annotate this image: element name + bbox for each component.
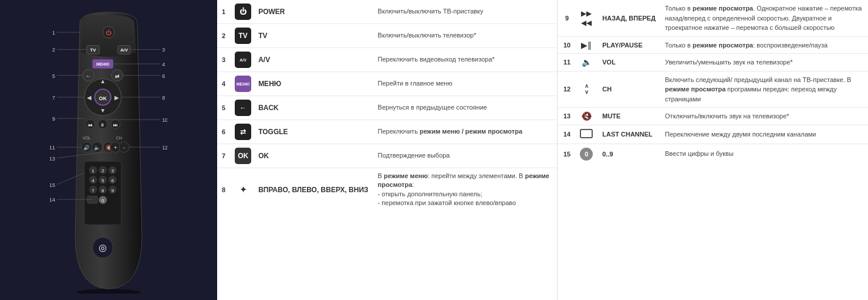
button-name: 0..9 [597, 144, 660, 164]
button-description: Только в режиме просмотра. Однократное н… [660, 0, 868, 36]
svg-point-0 [77, 289, 140, 294]
svg-text:4: 4 [162, 62, 165, 67]
svg-text:6: 6 [162, 73, 165, 79]
svg-text:6: 6 [112, 178, 114, 183]
table-row: 2TVTVВключить/выключить телевизор* [217, 24, 557, 48]
button-icon-cell: TV [230, 24, 256, 48]
svg-text:8: 8 [102, 188, 104, 193]
content-section: 1⏻POWERВключить/выключить ТВ-приставку2T… [217, 0, 868, 300]
svg-text:A/V: A/V [120, 47, 129, 53]
row-number: 15 [558, 144, 575, 164]
button-name: CH [597, 71, 660, 108]
button-description: Увеличить/уменьшить звук на телевизоре* [660, 54, 868, 71]
button-description: Ввести цифры и буквы [660, 144, 868, 164]
svg-text:⏸: ⏸ [100, 122, 105, 128]
button-description: Перейти в главное меню [373, 72, 557, 96]
table-row: 5←BACKВернуться в предыдущее состояние [217, 96, 557, 120]
button-icon-cell: МЕНЮ [230, 72, 256, 96]
table-row: 6⇄TOGGLEПереключить режим меню / режим п… [217, 120, 557, 144]
button-description: Переключить видеовыход телевизора* [373, 48, 557, 72]
button-icon-cell: 🔈 [575, 54, 597, 71]
svg-text:+: + [114, 145, 117, 151]
button-name: ВПРАВО, ВЛЕВО, ВВЕРХ, ВНИЗ [256, 168, 373, 212]
table-row: 7OKOKПодтверждение выбора [217, 144, 557, 168]
button-icon-cell: ▶‖ [575, 36, 597, 54]
svg-text:2: 2 [52, 47, 55, 53]
svg-text:◎: ◎ [99, 243, 107, 253]
svg-text:🔈: 🔈 [94, 144, 101, 151]
row-number: 5 [217, 96, 230, 120]
button-description: Только в режиме просмотра: воспроизведен… [660, 36, 868, 54]
button-icon-cell [575, 125, 597, 144]
svg-text:0: 0 [102, 198, 104, 203]
svg-text:OK: OK [99, 96, 107, 101]
svg-text:МЕНЮ: МЕНЮ [96, 62, 109, 66]
svg-text:▶: ▶ [114, 94, 119, 101]
table-row: 3A/VA/VПереключить видеовыход телевизора… [217, 48, 557, 72]
svg-text:11: 11 [50, 145, 55, 151]
svg-text:15: 15 [50, 182, 55, 188]
row-number: 9 [558, 0, 575, 36]
svg-text:1: 1 [52, 30, 55, 36]
row-number: 2 [217, 24, 230, 48]
button-description: Включить/выключить телевизор* [373, 24, 557, 48]
ch-icon: ∧∨ [580, 83, 593, 95]
svg-text:7: 7 [92, 188, 94, 193]
svg-text:◀: ◀ [87, 94, 92, 101]
svg-text:14: 14 [50, 197, 55, 203]
row-number: 14 [558, 125, 575, 144]
button-icon-cell: A/V [230, 48, 256, 72]
svg-text:8: 8 [162, 95, 165, 101]
button-description: Отключить/включить звук на телевизоре* [660, 108, 868, 125]
button-icon-cell: ← [230, 96, 256, 120]
svg-text:TV: TV [90, 47, 97, 53]
right-table: 9▶▶◀◀НАЗАД, ВПЕРЕДТолько в режиме просмо… [558, 0, 868, 300]
lastchannel-icon [580, 129, 593, 138]
table-row: 14LAST CHANNELПереключение между двумя п… [558, 125, 868, 144]
button-icon-cell: ∧∨ [575, 71, 597, 108]
svg-rect-57 [87, 196, 98, 203]
svg-text:9: 9 [112, 188, 114, 193]
svg-text:CH: CH [116, 136, 122, 140]
svg-text:1: 1 [92, 168, 94, 173]
svg-text:10: 10 [162, 117, 167, 123]
ff-icon: ▶▶◀◀ [580, 10, 593, 26]
table-row: 13🔇MUTEОтключить/включить звук на телеви… [558, 108, 868, 125]
button-name: VOL [597, 54, 660, 71]
button-name: PLAY/PAUSE [597, 36, 660, 54]
left-buttons-table: 1⏻POWERВключить/выключить ТВ-приставку2T… [217, 0, 557, 212]
button-name: MUTE [597, 108, 660, 125]
button-icon-cell: 0 [575, 144, 597, 164]
button-description: Переключить режим меню / режим просмотра [373, 120, 557, 144]
button-name: TV [256, 24, 373, 48]
svg-text:2: 2 [102, 168, 104, 173]
svg-text:9: 9 [52, 116, 55, 122]
svg-text:⇄: ⇄ [115, 73, 120, 79]
row-number: 11 [558, 54, 575, 71]
svg-text:3: 3 [162, 47, 165, 53]
svg-text:5: 5 [52, 73, 55, 79]
button-name: TOGGLE [256, 120, 373, 144]
svg-text:←: ← [86, 73, 92, 79]
row-number: 12 [558, 71, 575, 108]
button-icon: ← [235, 100, 251, 116]
vol-icon: 🔈 [582, 57, 592, 67]
button-description: Включить/выключить ТВ-приставку [373, 0, 557, 24]
button-icon: ⇄ [235, 124, 251, 140]
table-row: 1500..9Ввести цифры и буквы [558, 144, 868, 164]
mute-icon: 🔇 [582, 111, 592, 121]
svg-text:🔊: 🔊 [83, 144, 90, 151]
button-name: МЕНЮ [256, 72, 373, 96]
button-icon: ⏻ [235, 4, 251, 20]
button-description: Переключение между двумя последним канал… [660, 125, 868, 144]
button-icon-cell: ⏻ [230, 0, 256, 24]
right-buttons-table: 9▶▶◀◀НАЗАД, ВПЕРЕДТолько в режиме просмо… [558, 0, 868, 164]
table-row: 9▶▶◀◀НАЗАД, ВПЕРЕДТолько в режиме просмо… [558, 0, 868, 36]
table-row: 10▶‖PLAY/PAUSEТолько в режиме просмотра:… [558, 36, 868, 54]
table-container: 1⏻POWERВключить/выключить ТВ-приставку2T… [217, 0, 868, 300]
svg-text:13: 13 [50, 156, 55, 162]
row-number: 8 [217, 168, 230, 212]
button-description: Подтверждение выбора [373, 144, 557, 168]
button-name: BACK [256, 96, 373, 120]
button-icon-cell: ▶▶◀◀ [575, 0, 597, 36]
